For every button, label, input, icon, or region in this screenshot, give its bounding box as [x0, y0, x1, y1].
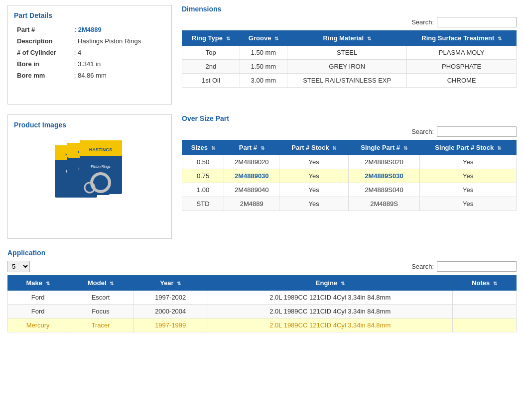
- table-row: MercuryTracer1997-19992.0L 1989CC 121CID…: [8, 318, 517, 332]
- table-row: FordEscort1997-20022.0L 1989CC 121CID 4C…: [8, 291, 517, 305]
- dimensions-title: Dimensions: [182, 5, 517, 13]
- product-image-area: HASTINGS Piston Rings HASTINGS Piston Ri…: [14, 138, 165, 203]
- part-detail-label: Part #: [15, 24, 71, 35]
- part-detail-label: Description: [15, 36, 71, 46]
- application-search-label: Search:: [411, 263, 434, 270]
- page-size-select[interactable]: 5 10 25 50: [7, 261, 30, 272]
- dimensions-search-label: Search:: [411, 18, 434, 26]
- dimensions-search-input[interactable]: [437, 17, 517, 27]
- oversize-col-header[interactable]: Sizes ⇅: [182, 140, 224, 155]
- oversize-search-label: Search:: [411, 128, 434, 135]
- part-detail-label: Bore mm: [15, 70, 71, 81]
- table-row: Top1.50 mmSTEELPLASMA MOLY: [182, 46, 517, 60]
- application-col-header[interactable]: Model ⇅: [68, 276, 133, 291]
- table-row: 2nd1.50 mmGREY IRONPHOSPHATE: [182, 60, 517, 74]
- dimensions-col-header[interactable]: Groove ⇅: [240, 31, 287, 46]
- application-table: Make ⇅Model ⇅Year ⇅Engine ⇅Notes ⇅ FordE…: [7, 275, 517, 332]
- oversize-search-input[interactable]: [437, 126, 517, 137]
- table-row: 1.002M4889040Yes2M4889S040Yes: [182, 183, 517, 197]
- product-images-title: Product Images: [14, 121, 66, 129]
- oversize-table: Sizes ⇅Part # ⇅Part # Stock ⇅Single Part…: [182, 140, 517, 211]
- table-row: 1st Oil3.00 mmSTEEL RAIL/STAINLESS EXPCH…: [182, 74, 517, 88]
- dimensions-col-header[interactable]: Ring Type ⇅: [182, 31, 240, 46]
- dimensions-section: Dimensions Search: Ring Type ⇅Groove ⇅Ri…: [182, 5, 517, 105]
- table-row: 0.502M4889020Yes2M4889S020Yes: [182, 155, 517, 169]
- application-search-input[interactable]: [437, 261, 517, 272]
- oversize-col-header[interactable]: Single Part # Stock ⇅: [420, 140, 517, 155]
- part-detail-value: : 3.341 in: [72, 59, 164, 69]
- application-col-header[interactable]: Engine ⇅: [208, 276, 452, 291]
- oversize-col-header[interactable]: Part # Stock ⇅: [279, 140, 349, 155]
- table-row: 0.752M4889030Yes2M4889S030Yes: [182, 169, 517, 183]
- part-detail-value: : 84.86 mm: [72, 70, 164, 81]
- product-image-svg: HASTINGS Piston Rings HASTINGS Piston Ri…: [40, 138, 139, 203]
- oversize-title: Over Size Part: [182, 114, 517, 122]
- part-details-title: Part Details: [14, 11, 165, 19]
- application-section: Application 5 10 25 50 Search: Make ⇅Mod…: [7, 249, 517, 332]
- part-detail-value: : Hastings Piston Rings: [72, 36, 164, 46]
- application-col-header[interactable]: Year ⇅: [133, 276, 208, 291]
- oversize-col-header[interactable]: Part # ⇅: [224, 140, 279, 155]
- application-title: Application: [7, 249, 517, 257]
- dimensions-col-header[interactable]: Ring Material ⇅: [287, 31, 407, 46]
- table-row: FordFocus2000-20042.0L 1989CC 121CID 4Cy…: [8, 305, 517, 318]
- part-detail-label: Bore in: [15, 59, 71, 69]
- svg-text:HASTINGS: HASTINGS: [89, 147, 113, 152]
- oversize-col-header[interactable]: Single Part # ⇅: [348, 140, 419, 155]
- part-details-section: Part Details Part #: 2M4889Description: …: [7, 5, 172, 105]
- dimensions-col-header[interactable]: Ring Surface Treatment ⇅: [407, 31, 517, 46]
- part-detail-value[interactable]: : 2M4889: [72, 24, 164, 35]
- application-col-header[interactable]: Make ⇅: [8, 276, 68, 291]
- table-row: STD2M4889Yes2M4889SYes: [182, 197, 517, 211]
- product-images-section: Product Images HASTINGS Piston Rings HAS…: [7, 114, 172, 239]
- oversize-section: Over Size Part Search: Sizes ⇅Part # ⇅Pa…: [182, 114, 517, 239]
- svg-text:Piston Rings: Piston Rings: [91, 165, 111, 169]
- part-detail-value: : 4: [72, 47, 164, 58]
- dimensions-table: Ring Type ⇅Groove ⇅Ring Material ⇅Ring S…: [182, 30, 517, 88]
- application-controls: 5 10 25 50 Search:: [7, 261, 517, 272]
- part-detail-label: # of Cylinder: [15, 47, 71, 58]
- application-col-header[interactable]: Notes ⇅: [452, 276, 516, 291]
